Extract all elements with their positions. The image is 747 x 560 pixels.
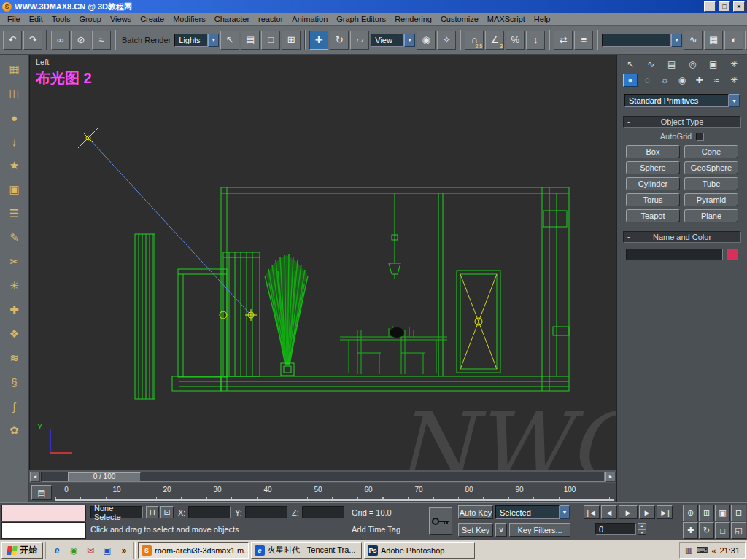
category-space-warps[interactable]: ≈: [709, 74, 724, 87]
slider-left-arrow[interactable]: ◄: [30, 472, 40, 482]
select-and-rotate-button[interactable]: ↻: [330, 31, 349, 50]
menu-rendering[interactable]: Rendering: [390, 14, 436, 24]
selection-region-button[interactable]: □: [261, 31, 280, 50]
torus-button[interactable]: Torus: [626, 193, 680, 206]
zoom-button[interactable]: ⊕: [683, 505, 698, 521]
set-key-button[interactable]: Set Key: [458, 523, 493, 537]
align-button[interactable]: ≡: [574, 31, 593, 50]
select-object-button[interactable]: ↖: [220, 31, 239, 50]
teapot-button[interactable]: Teapot: [626, 209, 680, 222]
quicklaunch-mail-icon[interactable]: ✉: [83, 543, 98, 558]
snap-toggle-button[interactable]: ∩2.5: [465, 31, 484, 50]
pan-button[interactable]: ✚: [683, 522, 698, 539]
mini-curve-editor-button[interactable]: ▤: [31, 485, 52, 500]
cylinder-button[interactable]: Cylinder: [626, 177, 680, 190]
task-photoshop[interactable]: Ps Adobe Photoshop: [364, 542, 475, 559]
cone-button[interactable]: Cone: [684, 145, 738, 158]
tab-motion[interactable]: ◎: [685, 58, 700, 71]
task-3dsmax[interactable]: S room-archi3t-3dsmax1.m...: [138, 542, 249, 559]
menu-maxscript[interactable]: MAXScript: [483, 14, 530, 24]
quicklaunch-desktop-icon[interactable]: ▣: [100, 543, 115, 558]
play-button[interactable]: ►: [619, 505, 638, 519]
zoom-extents-all-button[interactable]: ⊡: [731, 505, 746, 521]
time-slider-track[interactable]: 0 / 100: [41, 472, 605, 482]
key-mode-dropdown[interactable]: Selected ▼: [495, 505, 570, 519]
auto-key-button[interactable]: Auto Key: [458, 505, 493, 519]
go-to-end-button[interactable]: ►|: [657, 505, 673, 519]
task-browser[interactable]: e 火星时代 - Tencent Tra...: [251, 542, 362, 559]
left-tool-pen-button[interactable]: ✎: [5, 229, 24, 246]
x-coordinate-field[interactable]: [188, 506, 231, 518]
sphere-button[interactable]: Sphere: [626, 161, 680, 174]
go-to-start-button[interactable]: |◄: [584, 505, 600, 519]
zoom-all-button[interactable]: ⊞: [699, 505, 714, 521]
maximize-button[interactable]: □: [719, 1, 730, 12]
mirror-button[interactable]: ⇄: [554, 31, 573, 50]
menu-character[interactable]: Character: [210, 14, 254, 24]
set-keys-button[interactable]: [429, 508, 452, 535]
material-editor-button[interactable]: ◐: [724, 31, 743, 50]
tray-chevron-icon[interactable]: «: [711, 546, 716, 555]
tab-utilities[interactable]: ✳: [727, 58, 741, 71]
frame-spinner[interactable]: ▲ ▼: [638, 523, 646, 535]
track-bar[interactable]: ▤ 0 10 20 30 40 50 60 70 80 90 100: [29, 483, 616, 502]
slider-right-arrow[interactable]: ►: [605, 472, 616, 482]
selection-lock-toggle[interactable]: ⊓: [146, 506, 159, 518]
pyramid-button[interactable]: Pyramid: [684, 193, 738, 206]
bind-to-space-warp-button[interactable]: ≈: [92, 31, 111, 50]
tray-network-icon[interactable]: ▥: [685, 545, 692, 555]
select-and-manipulate-button[interactable]: ✧: [437, 31, 456, 50]
viewport-label[interactable]: Left: [36, 58, 49, 66]
left-tool-diamond-button[interactable]: ❖: [5, 325, 24, 343]
use-pivot-center-button[interactable]: ◉: [417, 31, 436, 50]
plane-button[interactable]: Plane: [684, 209, 738, 222]
angle-snap-button[interactable]: ∠3: [485, 31, 504, 50]
maxscript-listener-pink[interactable]: [1, 505, 86, 521]
named-selection-sets-dropdown[interactable]: ▼: [602, 34, 682, 47]
menu-tools[interactable]: Tools: [47, 14, 75, 24]
left-tool-hook-button[interactable]: ʃ: [5, 397, 24, 415]
left-tool-box-button[interactable]: ▦: [5, 61, 24, 78]
window-crossing-button[interactable]: ⊞: [282, 31, 301, 50]
category-cameras[interactable]: ◉: [675, 74, 689, 87]
y-coordinate-field[interactable]: [245, 506, 287, 518]
menu-views[interactable]: Views: [106, 14, 136, 24]
menu-animation[interactable]: Animation: [287, 14, 332, 24]
object-type-rollout[interactable]: - Object Type: [623, 116, 741, 128]
menu-modifiers[interactable]: Modifiers: [169, 14, 210, 24]
region-zoom-button[interactable]: □: [715, 522, 730, 539]
select-and-move-button[interactable]: ✚: [309, 31, 328, 50]
left-tool-gear-button[interactable]: ✳: [5, 277, 24, 295]
tab-display[interactable]: ▣: [706, 58, 721, 71]
object-name-input[interactable]: [626, 249, 723, 260]
tube-button[interactable]: Tube: [684, 177, 738, 190]
spinner-down-icon[interactable]: ▼: [638, 529, 646, 536]
left-tool-flower-button[interactable]: ✿: [5, 421, 24, 439]
name-color-rollout[interactable]: - Name and Color: [623, 231, 741, 243]
menu-edit[interactable]: Edit: [25, 14, 47, 24]
select-by-name-button[interactable]: ▤: [241, 31, 260, 50]
select-and-link-button[interactable]: ∞: [51, 31, 70, 50]
add-time-tag[interactable]: Add Time Tag: [352, 525, 400, 534]
schematic-view-button[interactable]: ▦: [704, 31, 723, 50]
left-tool-wave-button[interactable]: ≋: [5, 349, 24, 367]
primitive-type-dropdown[interactable]: Standard Primitives ▼: [624, 94, 740, 107]
close-button[interactable]: ×: [733, 1, 745, 12]
key-filters-toggle[interactable]: ∨: [495, 523, 507, 537]
left-tool-star-button[interactable]: ★: [5, 157, 24, 174]
menu-graph-editors[interactable]: Graph Editors: [332, 14, 390, 24]
absolute-offset-toggle[interactable]: ⊡: [160, 506, 174, 518]
spinner-up-icon[interactable]: ▲: [638, 523, 646, 529]
time-slider-handle[interactable]: 0 / 100: [68, 472, 141, 481]
category-systems[interactable]: ✳: [727, 74, 741, 87]
menu-create[interactable]: Create: [136, 14, 169, 24]
left-tool-sphere-button[interactable]: ●: [5, 109, 24, 126]
minimize-button[interactable]: _: [704, 1, 716, 12]
left-tool-knife-button[interactable]: ✂: [5, 253, 24, 271]
quicklaunch-ie-icon[interactable]: e: [50, 543, 64, 558]
quicklaunch-media-icon[interactable]: ◉: [66, 543, 81, 558]
z-coordinate-field[interactable]: [302, 506, 344, 518]
zoom-extents-button[interactable]: ▣: [715, 505, 730, 521]
left-tool-cross-button[interactable]: ✚: [5, 301, 24, 319]
category-helpers[interactable]: ✚: [692, 74, 707, 87]
